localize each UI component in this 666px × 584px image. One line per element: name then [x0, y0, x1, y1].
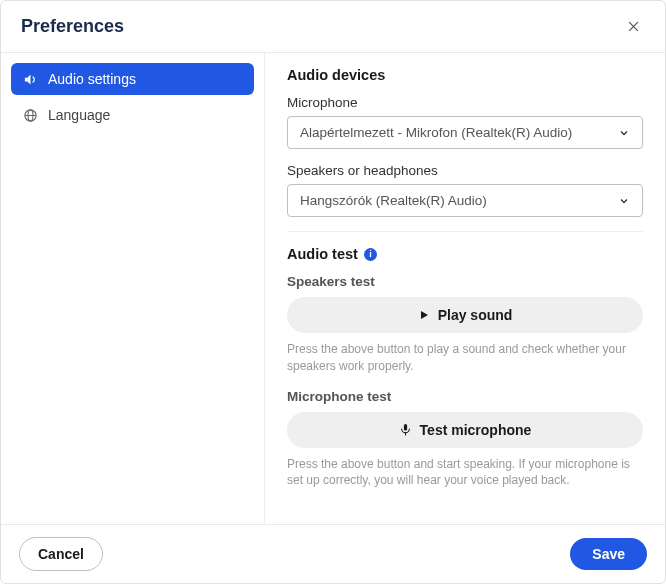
- modal-footer: Cancel Save: [1, 524, 665, 583]
- modal-body: Audio settings Language Audio devices Mi…: [1, 53, 665, 524]
- preferences-modal: Preferences Audio settings Language: [0, 0, 666, 584]
- save-button[interactable]: Save: [570, 538, 647, 570]
- microphone-icon: [399, 423, 412, 436]
- globe-icon: [23, 108, 38, 123]
- test-microphone-label: Test microphone: [420, 422, 532, 438]
- audio-test-title: Audio test i: [287, 231, 643, 262]
- chevron-down-icon: [618, 127, 630, 139]
- microphone-test-label: Microphone test: [287, 389, 643, 404]
- content-panel: Audio devices Microphone Alapértelmezett…: [265, 53, 665, 524]
- modal-header: Preferences: [1, 1, 665, 53]
- microphone-label: Microphone: [287, 95, 643, 110]
- play-sound-label: Play sound: [438, 307, 513, 323]
- speakers-select[interactable]: Hangszórók (Realtek(R) Audio): [287, 184, 643, 217]
- modal-title: Preferences: [21, 16, 124, 37]
- info-icon[interactable]: i: [364, 248, 377, 261]
- sidebar-item-label: Audio settings: [48, 71, 136, 87]
- microphone-select[interactable]: Alapértelmezett - Mikrofon (Realtek(R) A…: [287, 116, 643, 149]
- close-icon: [626, 22, 641, 37]
- audio-devices-title: Audio devices: [287, 67, 643, 83]
- speakers-selected-value: Hangszórók (Realtek(R) Audio): [300, 193, 487, 208]
- speakers-test-label: Speakers test: [287, 274, 643, 289]
- svg-rect-6: [403, 424, 406, 431]
- speakers-help-text: Press the above button to play a sound a…: [287, 341, 643, 375]
- play-icon: [418, 309, 430, 321]
- close-button[interactable]: [622, 15, 645, 38]
- speakers-label: Speakers or headphones: [287, 163, 643, 178]
- chevron-down-icon: [618, 195, 630, 207]
- test-microphone-button[interactable]: Test microphone: [287, 412, 643, 448]
- microphone-selected-value: Alapértelmezett - Mikrofon (Realtek(R) A…: [300, 125, 572, 140]
- sidebar-item-audio-settings[interactable]: Audio settings: [11, 63, 254, 95]
- play-sound-button[interactable]: Play sound: [287, 297, 643, 333]
- sidebar-item-label: Language: [48, 107, 110, 123]
- microphone-help-text: Press the above button and start speakin…: [287, 456, 643, 490]
- volume-icon: [23, 72, 38, 87]
- svg-marker-5: [421, 311, 428, 319]
- cancel-button[interactable]: Cancel: [19, 537, 103, 571]
- sidebar-item-language[interactable]: Language: [11, 99, 254, 131]
- sidebar: Audio settings Language: [1, 53, 265, 524]
